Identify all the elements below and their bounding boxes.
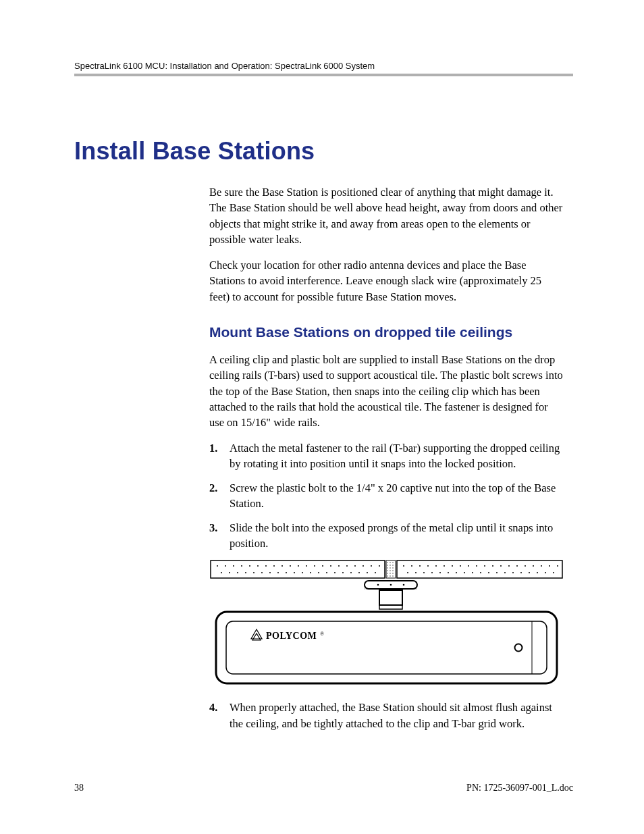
svg-point-12 xyxy=(298,565,299,567)
svg-point-48 xyxy=(444,565,445,567)
svg-point-65 xyxy=(423,572,425,573)
svg-point-19 xyxy=(354,565,356,567)
svg-point-8 xyxy=(265,565,267,567)
body-column: Be sure the Base Station is positioned c… xyxy=(209,184,563,731)
svg-point-88 xyxy=(390,584,392,586)
svg-point-29 xyxy=(269,572,271,573)
document-page: SpectraLink 6100 MCU: Installation and O… xyxy=(0,0,644,834)
svg-point-21 xyxy=(371,565,372,567)
sub-heading-mount: Mount Base Stations on dropped tile ceil… xyxy=(209,322,563,342)
step-4: When properly attached, the Base Station… xyxy=(209,700,563,731)
svg-point-6 xyxy=(249,565,250,567)
header-rule xyxy=(74,74,573,76)
svg-point-44 xyxy=(411,565,412,567)
svg-point-22 xyxy=(379,565,380,567)
svg-point-81 xyxy=(553,572,554,573)
mount-intro-paragraph: A ceiling clip and plastic bolt are supp… xyxy=(209,352,563,431)
base-station-diagram: POLYCOM ® xyxy=(209,559,564,687)
mount-steps-list-continued: When properly attached, the Base Station… xyxy=(209,700,563,731)
svg-point-3 xyxy=(225,565,226,567)
svg-point-66 xyxy=(431,572,433,573)
svg-point-43 xyxy=(403,565,404,567)
page-footer: 38 PN: 1725-36097-001_L.doc xyxy=(74,783,573,793)
svg-rect-1 xyxy=(397,561,562,578)
svg-point-26 xyxy=(245,572,246,573)
svg-point-35 xyxy=(318,572,319,573)
svg-point-39 xyxy=(350,572,352,573)
svg-point-46 xyxy=(427,565,429,567)
svg-point-72 xyxy=(480,572,481,573)
svg-point-28 xyxy=(261,572,263,573)
svg-rect-91 xyxy=(379,590,402,605)
svg-point-7 xyxy=(257,565,259,567)
step-2: Screw the plastic bolt to the 1/4" x 20 … xyxy=(209,480,563,512)
step-3: Slide the bolt into the exposed prongs o… xyxy=(209,520,563,552)
svg-point-51 xyxy=(468,565,469,567)
svg-point-32 xyxy=(294,572,295,573)
svg-point-37 xyxy=(334,572,336,573)
svg-rect-94 xyxy=(226,621,547,674)
svg-point-56 xyxy=(508,565,510,567)
svg-point-71 xyxy=(472,572,473,573)
svg-point-9 xyxy=(273,565,275,567)
svg-point-50 xyxy=(460,565,461,567)
svg-point-68 xyxy=(448,572,449,573)
svg-point-20 xyxy=(363,565,364,567)
svg-point-30 xyxy=(277,572,279,573)
svg-point-75 xyxy=(504,572,506,573)
intro-paragraph-2: Check your location for other radio ante… xyxy=(209,257,563,305)
svg-point-40 xyxy=(358,572,360,573)
svg-rect-0 xyxy=(211,561,385,578)
mount-steps-list: Attach the metal fastener to the rail (T… xyxy=(209,440,563,552)
svg-point-31 xyxy=(286,572,287,573)
svg-point-17 xyxy=(338,565,340,567)
svg-point-38 xyxy=(342,572,344,573)
mount-figure: POLYCOM ® xyxy=(209,559,563,687)
svg-point-18 xyxy=(346,565,348,567)
svg-point-4 xyxy=(233,565,234,567)
svg-point-73 xyxy=(488,572,489,573)
svg-point-45 xyxy=(419,565,421,567)
svg-point-95 xyxy=(515,644,522,652)
svg-point-24 xyxy=(229,572,230,573)
svg-point-27 xyxy=(253,572,254,573)
svg-point-58 xyxy=(525,565,526,567)
svg-point-60 xyxy=(541,565,542,567)
svg-point-47 xyxy=(435,565,437,567)
svg-text:®: ® xyxy=(320,631,324,637)
svg-point-41 xyxy=(367,572,368,573)
svg-point-64 xyxy=(415,572,417,573)
svg-point-54 xyxy=(492,565,493,567)
svg-point-13 xyxy=(306,565,307,567)
svg-point-63 xyxy=(407,572,408,573)
svg-rect-93 xyxy=(216,612,557,683)
svg-point-15 xyxy=(322,565,323,567)
svg-point-52 xyxy=(476,565,477,567)
step-1: Attach the metal fastener to the rail (T… xyxy=(209,440,563,472)
svg-point-2 xyxy=(217,565,218,567)
svg-point-23 xyxy=(221,572,222,573)
page-number: 38 xyxy=(74,783,84,793)
svg-point-76 xyxy=(512,572,514,573)
svg-point-78 xyxy=(529,572,530,573)
svg-point-77 xyxy=(520,572,522,573)
svg-point-49 xyxy=(452,565,453,567)
part-number: PN: 1725-36097-001_L.doc xyxy=(466,783,573,793)
svg-point-69 xyxy=(456,572,457,573)
svg-point-70 xyxy=(464,572,465,573)
svg-point-36 xyxy=(326,572,327,573)
svg-point-59 xyxy=(533,565,534,567)
svg-point-55 xyxy=(500,565,502,567)
svg-point-16 xyxy=(330,565,331,567)
svg-point-61 xyxy=(549,565,550,567)
running-head: SpectraLink 6100 MCU: Installation and O… xyxy=(74,61,573,71)
svg-point-14 xyxy=(314,565,315,567)
svg-point-67 xyxy=(439,572,441,573)
svg-point-11 xyxy=(290,565,291,567)
svg-point-5 xyxy=(241,565,242,567)
svg-point-57 xyxy=(516,565,518,567)
svg-point-80 xyxy=(545,572,546,573)
svg-point-42 xyxy=(375,572,376,573)
svg-point-33 xyxy=(302,572,303,573)
svg-point-10 xyxy=(281,565,283,567)
